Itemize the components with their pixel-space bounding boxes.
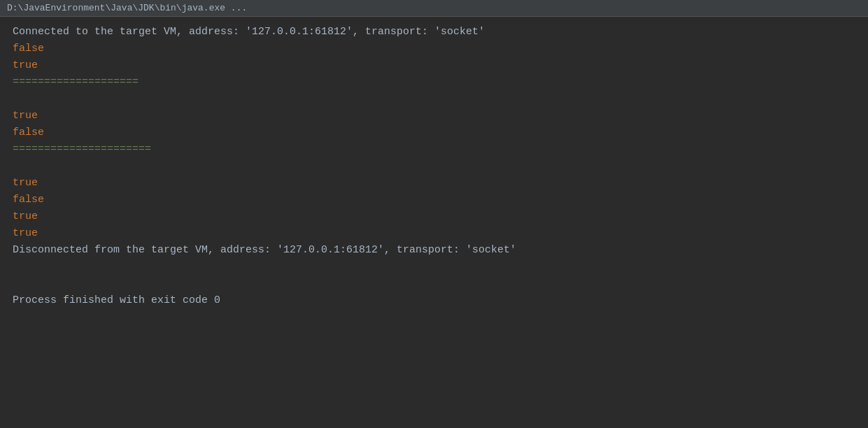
console-line-connected: Disconnected from the target VM, address… [13,242,855,259]
console-line-bool: true [13,175,855,192]
title-text: D:\JavaEnvironment\Java\JDK\bin\java.exe… [7,3,247,13]
console-output: Connected to the target VM, address: '12… [0,17,868,316]
title-bar: D:\JavaEnvironment\Java\JDK\bin\java.exe… [0,0,868,17]
console-line-bool: true [13,208,855,225]
console-line-empty [13,158,855,175]
console-line-separator: ==================== [13,74,855,91]
console-line-bool: true [13,57,855,74]
console-line-connected: Connected to the target VM, address: '12… [13,24,855,41]
console-line-separator: ====================== [13,141,855,158]
console-container: D:\JavaEnvironment\Java\JDK\bin\java.exe… [0,0,868,428]
console-line-bool: true [13,108,855,124]
console-line-bool: false [13,192,855,208]
console-line-empty [13,259,855,276]
console-line-empty [13,276,855,292]
console-line-bool: false [13,41,855,57]
console-line-empty [13,91,855,108]
console-line-bool: true [13,225,855,242]
console-line-bool: false [13,124,855,141]
console-line-process: Process finished with exit code 0 [13,292,855,309]
